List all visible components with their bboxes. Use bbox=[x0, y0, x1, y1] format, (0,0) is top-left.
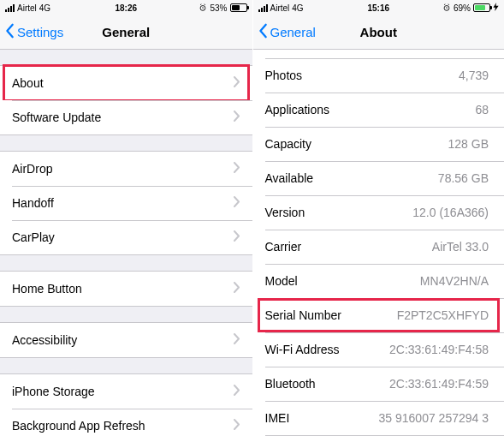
row-value: 4,739 bbox=[459, 69, 492, 82]
row-value: 78.56 GB bbox=[438, 171, 492, 185]
row-value: MN4V2HN/A bbox=[420, 274, 492, 288]
settings-row[interactable]: About bbox=[0, 66, 252, 100]
row-value: 35 916007 257294 3 bbox=[379, 411, 492, 425]
row-label: Handoff bbox=[12, 196, 54, 210]
battery-icon bbox=[473, 3, 490, 12]
chevron-right-icon bbox=[234, 230, 240, 245]
row-label: IMEI bbox=[265, 411, 290, 425]
battery-pct: 53% bbox=[210, 3, 227, 13]
settings-row[interactable]: iPhone Storage bbox=[0, 374, 252, 409]
chevron-right-icon bbox=[234, 384, 240, 399]
row-label: Software Update bbox=[12, 110, 101, 124]
about-row: Videos182 bbox=[253, 50, 505, 58]
about-row: Version12.0 (16A366) bbox=[253, 195, 505, 230]
chevron-right-icon bbox=[234, 418, 240, 433]
about-row: Applications68 bbox=[253, 93, 505, 127]
chevron-right-icon bbox=[234, 332, 240, 348]
content: AboutSoftware UpdateAirDropHandoffCarPla… bbox=[0, 50, 252, 442]
settings-group: AirDropHandoffCarPlay bbox=[0, 151, 252, 255]
chevron-right-icon bbox=[234, 110, 240, 125]
row-label: Carrier bbox=[265, 240, 302, 254]
row-value: 68 bbox=[475, 103, 492, 116]
page-title: General bbox=[102, 25, 150, 39]
row-label: CarPlay bbox=[12, 230, 55, 244]
about-row: Wi-Fi Address2C:33:61:49:F4:58 bbox=[253, 332, 505, 367]
settings-group: Home Button bbox=[0, 271, 252, 307]
signal-icon bbox=[5, 4, 15, 12]
chevron-left-icon bbox=[258, 23, 269, 41]
row-label: Available bbox=[265, 171, 314, 185]
carrier-label: Airtel bbox=[270, 3, 290, 13]
row-value: 12.0 (16A366) bbox=[412, 206, 492, 219]
settings-row[interactable]: Handoff bbox=[0, 186, 252, 220]
row-label: Version bbox=[265, 206, 305, 219]
row-label: AirDrop bbox=[12, 162, 52, 176]
settings-row[interactable]: Background App Refresh bbox=[0, 409, 252, 442]
settings-row[interactable]: Home Button bbox=[0, 272, 252, 306]
about-row: CarrierAirTel 33.0 bbox=[253, 230, 505, 264]
row-value: AirTel 33.0 bbox=[432, 240, 492, 254]
chevron-right-icon bbox=[234, 161, 240, 176]
status-time: 18:26 bbox=[115, 3, 137, 13]
charging-icon bbox=[493, 3, 499, 13]
row-value: 128 GB bbox=[448, 137, 492, 151]
settings-row[interactable]: Accessibility bbox=[0, 323, 252, 357]
settings-row[interactable]: Software Update bbox=[0, 100, 252, 134]
chevron-left-icon bbox=[5, 23, 15, 41]
carrier-label: Airtel bbox=[17, 3, 37, 13]
screen-about: Airtel 4G 15:16 69% General About Videos… bbox=[252, 0, 505, 442]
about-row: Bluetooth2C:33:61:49:F4:59 bbox=[253, 367, 505, 401]
back-button[interactable]: Settings bbox=[0, 23, 63, 41]
row-label: Wi-Fi Address bbox=[265, 343, 340, 356]
settings-row[interactable]: AirDrop bbox=[0, 152, 252, 186]
content: Videos182Photos4,739Applications68Capaci… bbox=[253, 50, 505, 442]
about-row: ModelMN4V2HN/A bbox=[253, 264, 505, 298]
chevron-right-icon bbox=[234, 281, 240, 296]
status-time: 15:16 bbox=[367, 3, 389, 13]
nav-bar: Settings General bbox=[0, 15, 252, 50]
row-value: 2C:33:61:49:F4:58 bbox=[389, 343, 492, 356]
alarm-icon bbox=[442, 3, 451, 12]
alarm-icon bbox=[199, 3, 207, 12]
network-label: 4G bbox=[39, 3, 50, 13]
svg-marker-2 bbox=[493, 3, 498, 11]
about-row: Available78.56 GB bbox=[253, 161, 505, 195]
status-bar: Airtel 4G 15:16 69% bbox=[253, 0, 505, 15]
row-label: Serial Number bbox=[265, 308, 341, 322]
about-row: Capacity128 GB bbox=[253, 127, 505, 161]
back-label: Settings bbox=[17, 25, 63, 39]
signal-icon bbox=[258, 4, 268, 12]
nav-bar: General About bbox=[253, 15, 505, 50]
row-label: Accessibility bbox=[12, 333, 77, 347]
row-label: Capacity bbox=[265, 137, 311, 151]
screen-general: Airtel 4G 18:26 53% Settings General Abo… bbox=[0, 0, 252, 442]
about-row: Photos4,739 bbox=[253, 58, 505, 93]
row-value: 2C:33:61:49:F4:59 bbox=[389, 377, 492, 391]
row-label: Home Button bbox=[12, 282, 82, 296]
row-label: Photos bbox=[265, 69, 303, 82]
network-label: 4G bbox=[292, 3, 303, 13]
back-button[interactable]: General bbox=[253, 23, 316, 41]
row-label: Background App Refresh bbox=[12, 419, 145, 433]
about-row: ICCID89917099119963189245 bbox=[253, 435, 505, 442]
settings-row[interactable]: CarPlay bbox=[0, 220, 252, 254]
row-value: F2PT2C5XHFYD bbox=[397, 308, 492, 322]
battery-icon bbox=[230, 3, 247, 12]
row-label: Applications bbox=[265, 103, 330, 116]
chevron-right-icon bbox=[234, 75, 240, 91]
about-row: IMEI35 916007 257294 3 bbox=[253, 401, 505, 435]
battery-pct: 69% bbox=[454, 3, 471, 13]
page-title: About bbox=[360, 25, 397, 39]
settings-group: iPhone StorageBackground App Refresh bbox=[0, 373, 252, 442]
about-row: Serial NumberF2PT2C5XHFYD bbox=[253, 298, 505, 332]
row-label: iPhone Storage bbox=[12, 385, 95, 398]
row-label: Model bbox=[265, 274, 298, 288]
chevron-right-icon bbox=[234, 195, 240, 211]
settings-group: Accessibility bbox=[0, 322, 252, 358]
row-label: About bbox=[12, 76, 44, 90]
settings-group: AboutSoftware Update bbox=[0, 65, 252, 135]
status-bar: Airtel 4G 18:26 53% bbox=[0, 0, 252, 15]
row-label: Bluetooth bbox=[265, 377, 316, 391]
back-label: General bbox=[270, 25, 316, 39]
